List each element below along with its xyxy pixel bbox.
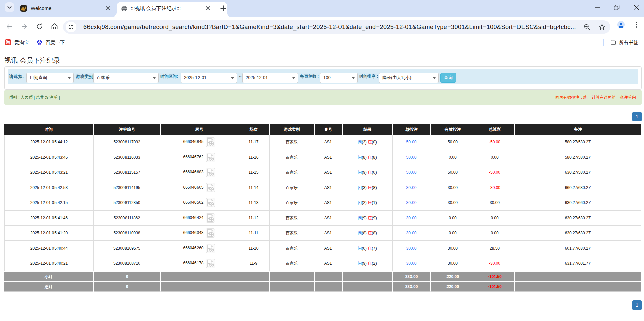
svg-text:du: du	[38, 43, 40, 45]
